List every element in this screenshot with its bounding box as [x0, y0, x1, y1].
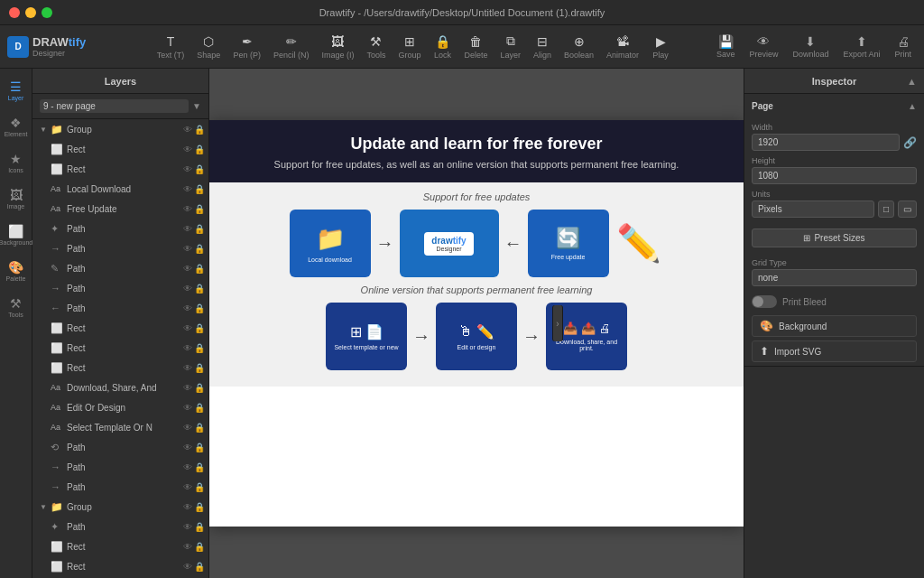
- layer-item[interactable]: ▼ 📁 Group 👁 🔒: [32, 497, 208, 517]
- canvas-card-logo[interactable]: drawtify Designer: [400, 210, 499, 277]
- layer-item[interactable]: Aa Download, Share, And 👁 🔒: [43, 378, 208, 397]
- pen-tool[interactable]: ✒ Pen (P): [227, 33, 266, 61]
- delete-tool[interactable]: 🗑 Delete: [458, 33, 493, 61]
- inspector-close-icon[interactable]: ▲: [907, 76, 917, 87]
- visibility-icon[interactable]: 👁: [183, 423, 192, 433]
- layer-item[interactable]: → Path 👁 🔒: [43, 278, 208, 298]
- visibility-icon[interactable]: 👁: [183, 224, 192, 234]
- page-select-dropdown[interactable]: 9 - new page: [40, 99, 189, 113]
- visibility-icon[interactable]: 👁: [183, 164, 192, 174]
- lock-layer-icon[interactable]: 🔒: [194, 184, 205, 194]
- lock-layer-icon[interactable]: 🔒: [194, 562, 205, 572]
- lock-layer-icon[interactable]: 🔒: [194, 224, 205, 234]
- layer-item[interactable]: ⬜ Rect 👁 🔒: [43, 556, 208, 576]
- visibility-icon[interactable]: 👁: [183, 184, 192, 194]
- visibility-icon[interactable]: 👁: [183, 562, 192, 572]
- sidebar-item-icons[interactable]: ★ Icons: [2, 144, 31, 181]
- canvas-card-local-download[interactable]: 📁 Local download: [290, 210, 371, 277]
- export-ani-button[interactable]: ⬆ Export Ani: [837, 33, 885, 61]
- text-tool[interactable]: T Text (T): [152, 33, 190, 61]
- lock-layer-icon[interactable]: 🔒: [194, 343, 205, 353]
- lock-layer-icon[interactable]: 🔒: [194, 164, 205, 174]
- sidebar-item-tools[interactable]: ⚒ Tools: [2, 289, 31, 325]
- visibility-icon[interactable]: 👁: [183, 244, 192, 254]
- lock-layer-icon[interactable]: 🔒: [194, 462, 205, 472]
- lock-layer-icon[interactable]: 🔒: [194, 522, 205, 532]
- portrait-btn[interactable]: □: [878, 200, 894, 218]
- tools-tool[interactable]: ⚒ Tools: [361, 33, 391, 61]
- sidebar-item-element[interactable]: ❖ Element: [2, 108, 31, 144]
- animator-tool[interactable]: 📽 Animator: [601, 33, 644, 61]
- download-button[interactable]: ⬇ Download: [787, 33, 834, 61]
- layer-item[interactable]: → Path 👁 🔒: [43, 238, 208, 258]
- layer-item[interactable]: Aa Edit Or Design 👁 🔒: [43, 397, 208, 417]
- canvas-card-template[interactable]: ⊞ 📄 Select template or new: [326, 303, 407, 370]
- canvas-area[interactable]: Update and learn for free forever Suppor…: [209, 69, 744, 578]
- lock-layer-icon[interactable]: 🔒: [194, 502, 205, 512]
- layer-item[interactable]: ⬜ Rect 👁 🔒: [43, 318, 208, 338]
- layer-item[interactable]: Aa Local Download 👁 🔒: [43, 179, 208, 199]
- lock-layer-icon[interactable]: 🔒: [194, 482, 205, 492]
- group-tool[interactable]: ⊞ Group: [393, 33, 426, 61]
- units-select[interactable]: Pixels Inches mm: [752, 200, 874, 218]
- save-button[interactable]: 💾 Save: [711, 33, 741, 61]
- layer-item[interactable]: ✎ Path 👁 🔒: [43, 258, 208, 278]
- lock-layer-icon[interactable]: 🔒: [194, 303, 205, 313]
- height-input[interactable]: [752, 167, 917, 184]
- lock-layer-icon[interactable]: 🔒: [194, 144, 205, 154]
- layer-item[interactable]: ✦ Path 👁 🔒: [43, 517, 208, 536]
- layer-tool[interactable]: ⧉ Layer: [494, 32, 526, 61]
- visibility-icon[interactable]: 👁: [183, 125, 192, 135]
- align-tool[interactable]: ⊟ Align: [528, 33, 557, 61]
- layer-item[interactable]: → Path 👁 🔒: [43, 457, 208, 477]
- visibility-icon[interactable]: 👁: [183, 144, 192, 154]
- layer-item[interactable]: ⬜ Rect 👁 🔒: [43, 139, 208, 159]
- visibility-icon[interactable]: 👁: [183, 264, 192, 274]
- canvas-page[interactable]: Update and learn for free forever Suppor…: [209, 120, 744, 527]
- visibility-icon[interactable]: 👁: [183, 462, 192, 472]
- visibility-icon[interactable]: 👁: [183, 482, 192, 492]
- lock-tool[interactable]: 🔒 Lock: [428, 33, 457, 61]
- shape-tool[interactable]: ⬡ Shape: [191, 33, 226, 61]
- sidebar-item-background[interactable]: ⬜ Background: [2, 217, 31, 253]
- lock-layer-icon[interactable]: 🔒: [194, 125, 205, 135]
- maximize-button[interactable]: [42, 7, 52, 18]
- visibility-icon[interactable]: 👁: [183, 403, 192, 413]
- layer-item[interactable]: ⟲ Path 👁 🔒: [43, 437, 208, 457]
- visibility-icon[interactable]: 👁: [183, 383, 192, 393]
- landscape-btn[interactable]: ▭: [898, 200, 917, 218]
- visibility-icon[interactable]: 👁: [183, 343, 192, 353]
- lock-layer-icon[interactable]: 🔒: [194, 323, 205, 333]
- background-button[interactable]: 🎨 Background: [752, 315, 917, 337]
- lock-layer-icon[interactable]: 🔒: [194, 264, 205, 274]
- print-bleed-toggle[interactable]: [752, 295, 777, 308]
- visibility-icon[interactable]: 👁: [183, 443, 192, 452]
- lock-layer-icon[interactable]: 🔒: [194, 363, 205, 373]
- visibility-icon[interactable]: 👁: [183, 542, 192, 552]
- lock-layer-icon[interactable]: 🔒: [194, 423, 205, 433]
- sidebar-item-layer[interactable]: ☰ Layer: [2, 72, 31, 108]
- visibility-icon[interactable]: 👁: [183, 502, 192, 512]
- sidebar-item-palette[interactable]: 🎨 Palette: [2, 253, 31, 289]
- sidebar-item-image[interactable]: 🖼 Image: [2, 181, 31, 217]
- play-tool[interactable]: ▶ Play: [646, 33, 675, 61]
- layer-item[interactable]: ▼ 📁 Group 👁 🔒: [32, 119, 208, 139]
- visibility-icon[interactable]: 👁: [183, 323, 192, 333]
- boolean-tool[interactable]: ⊕ Boolean: [559, 33, 599, 61]
- layer-item[interactable]: ⬜ Rect 👁 🔒: [43, 536, 208, 556]
- canvas-card-edit[interactable]: 🖱 ✏️ Edit or design: [436, 303, 517, 370]
- expand-arrow-icon[interactable]: ▼: [40, 126, 47, 134]
- close-button[interactable]: [9, 7, 20, 18]
- visibility-icon[interactable]: 👁: [183, 303, 192, 313]
- layer-item[interactable]: ✦ Path 👁 🔒: [43, 219, 208, 238]
- print-button[interactable]: 🖨 Print: [889, 33, 917, 61]
- grid-type-select[interactable]: none grid lines: [752, 269, 917, 286]
- collapse-handle[interactable]: ›: [552, 305, 563, 341]
- lock-layer-icon[interactable]: 🔒: [194, 204, 205, 214]
- pencil-tool[interactable]: ✏ Pencil (N): [268, 33, 315, 61]
- lock-layer-icon[interactable]: 🔒: [194, 443, 205, 452]
- minimize-button[interactable]: [25, 7, 36, 18]
- layer-item[interactable]: Aa Free Update 👁 🔒: [43, 199, 208, 219]
- lock-layer-icon[interactable]: 🔒: [194, 284, 205, 294]
- lock-layer-icon[interactable]: 🔒: [194, 383, 205, 393]
